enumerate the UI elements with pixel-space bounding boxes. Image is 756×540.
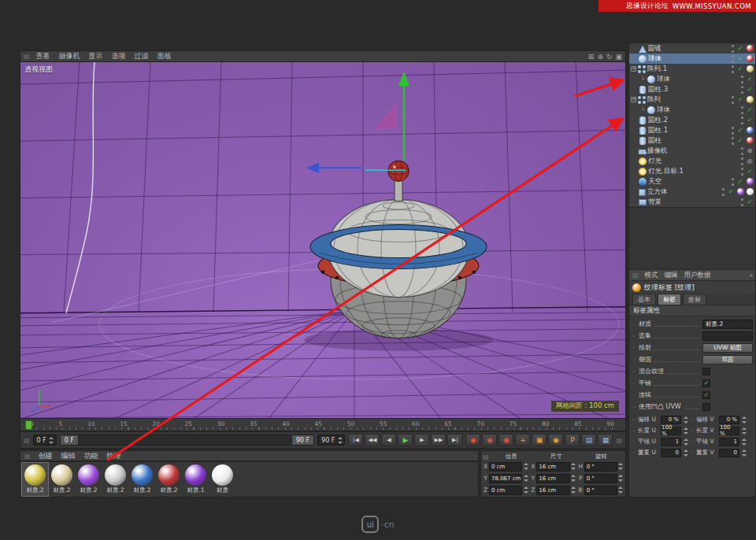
material-tag-icon[interactable] [747, 188, 754, 195]
object-label[interactable]: 圆柱.2 [648, 116, 668, 125]
material-tag-icon[interactable] [737, 188, 744, 195]
record-button[interactable]: ◉ [482, 434, 497, 446]
playback-button[interactable]: ◀ [381, 434, 396, 446]
attribute-field[interactable]: 材质.2 [702, 320, 753, 329]
tab-标签[interactable]: 标签 [658, 294, 681, 305]
value-spinner[interactable] [571, 486, 576, 494]
visibility-dots[interactable] [731, 45, 735, 53]
tab-基本[interactable]: 基本 [632, 294, 656, 305]
coord-value-field[interactable]: 0 ° [584, 462, 617, 472]
material-ball-icon[interactable] [158, 464, 180, 486]
value-spinner[interactable] [49, 436, 54, 445]
value-spinner[interactable] [683, 449, 688, 457]
attribute-checkbox[interactable]: ✓ [702, 379, 710, 387]
tab-坐标[interactable]: 坐标 [683, 294, 706, 305]
keyframe-dot-icon[interactable]: ◦ [632, 404, 636, 410]
range-end-chip[interactable]: 90 F [291, 435, 313, 445]
object-label[interactable]: 球体 [657, 75, 670, 84]
material-swatch[interactable]: 材质.2 [22, 463, 48, 496]
object-row[interactable]: 灯光.目标.1✓ [629, 166, 755, 176]
panel-grip-icon[interactable]: ▤ [24, 437, 30, 444]
material-menu-item[interactable]: 功能 [84, 451, 98, 461]
enable-toggle[interactable]: ✓ [736, 127, 744, 134]
enable-toggle[interactable]: ✓ [736, 65, 744, 72]
keyframe-dot-icon[interactable]: ◦ [632, 368, 636, 375]
keyframe-dot-icon[interactable]: ◦ [632, 345, 636, 351]
panel-grip-icon[interactable]: ▤ [483, 453, 489, 460]
panel-grip-icon[interactable]: ▤ [24, 453, 31, 460]
value-spinner[interactable] [337, 436, 343, 445]
record-button[interactable]: + [515, 434, 530, 446]
pan-view-icon[interactable]: ⊞ [588, 53, 595, 61]
value-spinner[interactable] [618, 486, 624, 494]
value-spinner[interactable] [571, 474, 576, 483]
coord-value-field[interactable]: 16 cm [536, 486, 569, 495]
value-spinner[interactable] [741, 438, 747, 446]
keyframe-dot-icon[interactable]: ◦ [632, 357, 636, 363]
current-frame-field[interactable]: 0 F [33, 435, 57, 446]
uv-value-field[interactable]: 100 % [661, 427, 681, 435]
viewport-menu-item[interactable]: 过滤 [135, 51, 149, 61]
frame-range-slider[interactable]: 0 F 90 F [60, 435, 314, 446]
material-swatch[interactable]: 材质.2 [49, 463, 75, 496]
value-spinner[interactable] [618, 462, 624, 471]
object-label[interactable]: 天空 [648, 177, 662, 187]
visibility-dots[interactable] [731, 65, 735, 73]
object-label[interactable]: 阵列 [647, 95, 661, 105]
visibility-dots[interactable] [740, 168, 744, 176]
material-tag-icon[interactable] [747, 127, 754, 134]
object-label[interactable]: 球体 [657, 105, 670, 115]
attribute-dropdown[interactable]: UVW 贴图 [702, 343, 753, 353]
enable-toggle[interactable]: ✓ [736, 45, 744, 52]
value-spinner[interactable] [683, 427, 688, 435]
panel-grip-icon[interactable]: ▤ [24, 53, 30, 60]
viewport-menu-item[interactable]: 面板 [158, 51, 172, 61]
enable-toggle[interactable]: ◎ [746, 157, 754, 165]
material-menu-item[interactable]: 编辑 [61, 451, 76, 461]
object-label[interactable]: 立方体 [647, 187, 668, 197]
object-label[interactable]: 圆柱 [648, 136, 662, 146]
visibility-dots[interactable] [721, 188, 725, 196]
visibility-dots[interactable] [740, 106, 744, 114]
keyframe-dot-icon[interactable]: ◦ [632, 380, 636, 387]
visibility-dots[interactable] [731, 178, 735, 186]
material-ball-icon[interactable] [24, 464, 46, 486]
material-tag-icon[interactable] [747, 45, 754, 52]
visibility-dots[interactable] [740, 147, 744, 155]
panel-grip-icon[interactable]: ▤ [616, 437, 622, 444]
panel-grip-icon[interactable]: ▤ [632, 272, 639, 279]
value-spinner[interactable] [523, 486, 528, 494]
attribute-field[interactable] [702, 331, 753, 341]
enable-toggle[interactable]: ✓ [746, 198, 754, 205]
slider-groove[interactable] [79, 435, 291, 445]
expand-toggle-icon[interactable]: − [631, 66, 636, 72]
playback-button[interactable]: ▶▶ [431, 434, 446, 446]
object-label[interactable]: 圆锥 [648, 44, 662, 54]
object-label[interactable]: 摄像机 [647, 146, 668, 156]
enable-toggle[interactable]: ⊘ [746, 147, 754, 154]
attribute-checkbox[interactable]: ✓ [702, 391, 710, 399]
value-spinner[interactable] [618, 474, 624, 483]
value-spinner[interactable] [523, 462, 528, 471]
viewport-view-label[interactable]: 透视视图 [24, 65, 53, 75]
visibility-dots[interactable] [740, 198, 744, 206]
keyframe-dot-icon[interactable]: ◦ [632, 416, 636, 423]
uv-value-field[interactable]: 0 [661, 449, 681, 457]
mode-menu-item[interactable]: 模式 [645, 271, 658, 280]
rotate-view-icon[interactable]: ↻ [606, 53, 613, 61]
uv-value-field[interactable]: 0 % [661, 416, 681, 424]
material-tag-icon[interactable] [747, 96, 754, 103]
object-label[interactable]: 灯光 [648, 157, 662, 166]
object-row[interactable]: 圆柱.3✓ [629, 84, 755, 94]
visibility-dots[interactable] [740, 117, 744, 124]
object-row[interactable]: 圆柱✓ [629, 135, 755, 146]
attribute-dropdown[interactable]: 双面 [702, 355, 753, 364]
visibility-dots[interactable] [740, 157, 744, 165]
record-button[interactable]: ◉ [548, 434, 563, 446]
uv-value-field[interactable]: 0 % [719, 416, 739, 424]
playback-button[interactable]: ◀◀ [365, 434, 380, 446]
keyframe-dot-icon[interactable]: ◦ [632, 333, 636, 339]
material-ball-icon[interactable] [105, 464, 126, 486]
timeline-playhead[interactable] [25, 420, 32, 430]
object-label[interactable]: 圆柱.1 [648, 126, 668, 135]
